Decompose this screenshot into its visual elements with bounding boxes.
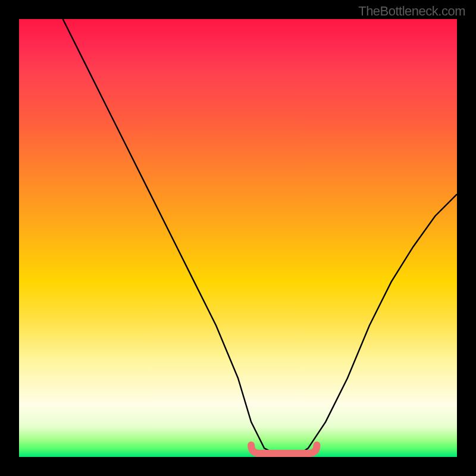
- plot-area: [19, 19, 457, 457]
- watermark: TheBottleneck.com: [358, 4, 465, 19]
- curve-svg: [19, 19, 457, 457]
- main-curve: [63, 19, 457, 457]
- chart-frame: [0, 0, 476, 476]
